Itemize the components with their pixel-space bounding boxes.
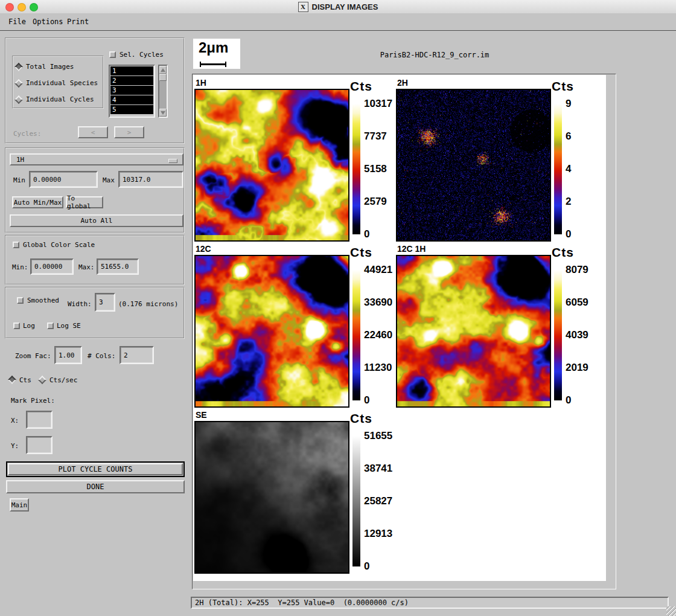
cycles-listbox[interactable]: 12345 <box>109 65 155 118</box>
colorbar-tick: 12913 <box>364 528 392 540</box>
colorbar-tick: 22460 <box>364 329 392 341</box>
cycles-list-item[interactable]: 3 <box>110 86 153 95</box>
colorbar-tick: 2579 <box>364 196 387 208</box>
dropdown-indicator-icon <box>168 159 177 163</box>
cycles-scrollbar[interactable] <box>158 65 168 118</box>
colorbar-tick: 4 <box>566 163 571 175</box>
plot-cycle-counts-button[interactable]: PLOT CYCLE COUNTS <box>6 461 185 477</box>
colorbar-tick: 0 <box>566 228 571 240</box>
colorbar-tick: 11230 <box>364 362 392 374</box>
mark-y-label: Y: <box>11 442 19 450</box>
smoothed-checkbox[interactable] <box>17 297 24 304</box>
panel-2h: 2H Cts 96420 <box>396 89 601 246</box>
arrow-up-icon <box>161 68 165 72</box>
colorbar-tick: 4039 <box>566 329 588 341</box>
x11-icon: X <box>298 2 308 12</box>
mark-x-field-frame <box>26 411 53 429</box>
cycle-prev-button[interactable]: < <box>78 126 108 138</box>
mark-pixel-label: Mark Pixel: <box>11 397 55 405</box>
colorbar-tick: 8079 <box>566 264 588 276</box>
log-checkbox[interactable] <box>13 322 20 329</box>
window-resize-grip[interactable] <box>666 606 676 616</box>
smooth-width-note: (0.176 microns) <box>118 300 178 308</box>
colorbar-2h <box>554 104 562 234</box>
mark-y-field-frame <box>26 436 53 454</box>
image-2h[interactable] <box>396 89 551 242</box>
menu-file[interactable]: File <box>8 18 26 26</box>
species-dropdown[interactable]: 1H <box>10 153 183 165</box>
colorbar-se <box>352 436 360 566</box>
smoothing-groupbox: Smoothed Width: (0.176 microns) Log Log … <box>5 287 185 339</box>
image-1h[interactable] <box>194 89 349 242</box>
num-cols-input[interactable] <box>121 347 153 363</box>
auto-minmax-button[interactable]: Auto Min/Max <box>12 196 63 208</box>
global-max-label: Max: <box>78 263 95 271</box>
global-min-input[interactable] <box>31 260 72 274</box>
colorbar-tick: 0 <box>566 394 571 406</box>
cycles-list-item[interactable]: 4 <box>110 95 153 104</box>
colorbar-1h <box>352 104 360 234</box>
colorbar-unit-12c1h: Cts <box>552 245 574 260</box>
image-label-2h: 2H <box>397 78 408 88</box>
image-label-1h: 1H <box>196 78 206 88</box>
max-field-frame <box>118 171 183 188</box>
plot-cycle-counts-label: PLOT CYCLE COUNTS <box>59 465 133 473</box>
cycles-list-item[interactable]: 5 <box>110 105 153 114</box>
cycles-list-item[interactable]: 2 <box>110 76 153 85</box>
image-12c1h[interactable] <box>396 255 551 408</box>
max-input[interactable] <box>120 172 182 187</box>
scale-bar-box: 2μm <box>193 39 240 69</box>
colorbar-ticks-1h: 103177737515825790 <box>364 104 400 234</box>
global-max-input[interactable] <box>98 260 138 274</box>
scrollbar-thumb[interactable] <box>159 74 167 81</box>
display-images-window: X DISPLAY IMAGES File Options Print Tota… <box>0 0 676 616</box>
smoothed-label: Smoothed <box>27 297 59 304</box>
window-title: DISPLAY IMAGES <box>312 2 378 11</box>
menu-options[interactable]: Options <box>33 18 63 26</box>
species-scale-groupbox: 1H Min Max Auto Min/Max To global Auto A… <box>5 147 185 233</box>
colorbar-unit-1h: Cts <box>350 79 372 94</box>
cycle-next-button[interactable]: > <box>114 126 144 138</box>
radio-cts-per-sec[interactable] <box>38 376 46 384</box>
main-label: Main <box>11 501 28 509</box>
done-button[interactable]: DONE <box>6 480 185 493</box>
image-se[interactable] <box>194 421 349 574</box>
global-color-scale-label: Global Color Scale <box>23 241 95 249</box>
arrow-down-icon <box>161 111 165 115</box>
scrollbar-up-button[interactable] <box>159 66 167 74</box>
cycle-prev-label: < <box>91 129 95 136</box>
colorbar-tick: 0 <box>364 394 369 406</box>
auto-all-button[interactable]: Auto All <box>10 214 183 227</box>
min-input[interactable] <box>30 172 97 187</box>
main-button[interactable]: Main <box>10 498 29 512</box>
to-global-button[interactable]: To global <box>66 196 103 208</box>
num-cols-field-frame <box>120 346 154 364</box>
radio-individual-cycles-label: Individual Cycles <box>26 95 94 103</box>
colorbar-tick: 2 <box>566 196 571 208</box>
colorbar-tick: 0 <box>364 560 369 573</box>
image-label-se: SE <box>196 410 207 420</box>
colorbar-tick: 6 <box>566 130 571 143</box>
radio-individual-species-label: Individual Species <box>26 79 98 87</box>
sel-cycles-checkbox[interactable] <box>109 51 116 58</box>
to-global-label: To global <box>67 194 102 210</box>
radio-cts[interactable] <box>8 376 16 384</box>
colorbar-tick: 10317 <box>364 98 392 110</box>
mark-y-input[interactable] <box>27 437 51 453</box>
image-12c[interactable] <box>194 255 349 408</box>
menu-bar: File Options Print <box>0 13 676 31</box>
colorbar-tick: 0 <box>364 228 369 240</box>
global-color-scale-checkbox[interactable] <box>13 242 19 248</box>
menu-print[interactable]: Print <box>67 18 89 26</box>
smooth-width-input[interactable] <box>96 294 114 310</box>
zoom-fac-field-frame <box>54 346 82 364</box>
sel-cycles-label: Sel. Cycles <box>120 51 164 59</box>
panel-se: SE Cts 516553874125827129130 <box>194 421 400 578</box>
image-label-12c1h: 12C 1H <box>397 244 426 254</box>
log-se-checkbox[interactable] <box>47 322 54 329</box>
mark-x-input[interactable] <box>27 412 51 428</box>
cycles-list-item[interactable]: 1 <box>110 66 153 75</box>
log-se-label: Log SE <box>57 322 81 330</box>
zoom-fac-input[interactable] <box>56 347 81 363</box>
scrollbar-down-button[interactable] <box>159 109 167 117</box>
